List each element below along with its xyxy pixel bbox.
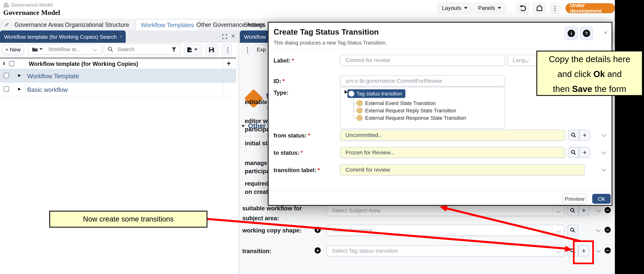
select-all-checkbox[interactable] — [9, 61, 14, 66]
tab-governance-areas[interactable]: Governance Areas — [14, 19, 64, 30]
undo-button[interactable] — [516, 2, 529, 14]
tab-close-icon[interactable]: × — [120, 34, 122, 40]
save-button[interactable] — [206, 44, 218, 55]
row-label[interactable]: Basic workflow — [27, 86, 68, 93]
section-collapse-icon — [242, 125, 245, 127]
scope-select-value: Workflow te... — [48, 46, 81, 52]
lookup-button[interactable] — [567, 205, 578, 216]
add-field-icon[interactable]: + — [314, 227, 321, 233]
search-panel-tab[interactable]: Workflow template (for Working Copies) S… — [0, 30, 126, 43]
lang-select[interactable]: Lang — [507, 55, 537, 66]
annotation-line: then Save the form — [537, 81, 642, 96]
lookup-button[interactable] — [568, 147, 579, 158]
subject-area-input[interactable]: Select Subject Area — [326, 205, 564, 216]
tree-node[interactable]: External Request Reply State Transition — [356, 107, 456, 113]
working-copy-input[interactable]: Select Resource — [326, 225, 564, 236]
row-checkbox[interactable] — [4, 86, 9, 92]
annotation-note-right: Copy the details here and click Ok and t… — [536, 51, 643, 96]
search-input[interactable]: Search — [104, 44, 181, 55]
tree-node[interactable]: External Request Response State Transiti… — [356, 115, 466, 121]
working-copy-placeholder: Select Resource — [332, 227, 372, 233]
header-kebab-button[interactable]: ⋮ — [549, 2, 561, 14]
info-button[interactable]: i — [565, 27, 578, 40]
app-label: Governance Model — [11, 2, 53, 8]
folder-icon — [32, 47, 38, 52]
chevron-down-icon — [194, 49, 198, 51]
help-button[interactable]: ? — [580, 27, 593, 40]
undo-icon — [519, 5, 526, 12]
row-label[interactable]: Workflow Template — [27, 72, 79, 79]
chevron-down-icon[interactable] — [556, 228, 561, 233]
transition-label-input[interactable]: Commit for review — [340, 164, 584, 175]
tree-collapse-icon[interactable] — [343, 90, 348, 95]
column-header[interactable]: Workflow template (for Working Copies) — [29, 61, 138, 67]
row-checkbox[interactable] — [4, 73, 9, 78]
table-row[interactable]: ▶ Basic workflow — [0, 83, 236, 96]
remove-field-icon[interactable]: − — [604, 227, 611, 233]
tree-connector — [353, 98, 354, 118]
application-window: Governance Model Governance Model Layout… — [0, 0, 615, 274]
label-text: ID: — [274, 78, 281, 84]
preview-button[interactable]: Preview — [562, 194, 587, 204]
tree-connector — [353, 103, 356, 104]
add-button[interactable]: + — [579, 130, 590, 141]
tree-node[interactable]: External Event State Transition — [356, 100, 436, 106]
new-button[interactable]: + New — [2, 44, 24, 55]
to-status-value: Frozen for Review — [346, 149, 390, 156]
sort-icon[interactable]: ▲ ▼ — [2, 61, 5, 65]
ok-button[interactable]: Ok — [592, 194, 611, 204]
remove-field-icon[interactable]: − — [604, 247, 611, 253]
panels-button[interactable]: Panels — [473, 2, 506, 14]
layouts-button[interactable]: Layouts — [436, 2, 473, 14]
row-expander-icon[interactable]: ▶ — [18, 87, 21, 91]
subject-area-label-line2: subject area: — [242, 215, 279, 221]
column-divider — [26, 83, 26, 96]
row-expander-icon[interactable]: ▶ — [18, 73, 21, 77]
label-input[interactable]: Commit for review — [340, 55, 505, 66]
field-label-fragment: required — [245, 180, 268, 187]
lookup-button[interactable] — [567, 225, 578, 236]
chevron-down-icon[interactable] — [378, 133, 382, 138]
scope-select-group[interactable]: Workflow te... — [28, 44, 102, 55]
filter-icon[interactable] — [171, 47, 176, 52]
row-collapse-chevron[interactable] — [602, 150, 606, 154]
add-button[interactable]: + — [579, 147, 590, 158]
id-input[interactable]: urn:x-tb-governance:CommitForReview — [340, 75, 505, 86]
add-column-button[interactable]: + — [227, 60, 231, 68]
chevron-down-icon[interactable] — [556, 249, 561, 253]
label-field-label: Label:* — [274, 57, 294, 64]
lookup-button[interactable] — [568, 130, 579, 141]
remove-field-icon[interactable]: − — [604, 207, 611, 213]
transition-input[interactable]: Select Tag status transition — [326, 245, 564, 256]
expand-panel-icon[interactable] — [222, 34, 227, 39]
info-icon: i — [568, 30, 575, 37]
tab-workflow-templates[interactable]: Workflow Templates — [136, 19, 199, 31]
tree-node-selected[interactable]: Tag status transition — [348, 89, 406, 98]
tab-organizational-structure[interactable]: Organizational Structure — [65, 19, 129, 30]
tree-node-label: External Event State Transition — [365, 100, 436, 106]
tab-settings[interactable]: Settings — [244, 19, 266, 30]
pencil-icon — [4, 22, 10, 27]
row-collapse-chevron[interactable] — [602, 167, 606, 172]
row-collapse-chevron[interactable] — [602, 132, 606, 137]
save-icon — [209, 47, 214, 53]
add-button[interactable]: + — [578, 205, 590, 216]
form-toolbar-kebab[interactable]: ⋮ — [242, 44, 251, 55]
column-divider — [223, 69, 224, 82]
transition-label: transition: — [242, 248, 272, 254]
add-field-icon[interactable]: + — [314, 247, 321, 253]
home-button[interactable] — [532, 2, 546, 14]
id-field-label: ID:* — [274, 78, 285, 84]
search-icon — [570, 208, 575, 213]
chevron-down-icon[interactable] — [556, 208, 561, 213]
dialog-close-icon[interactable]: × — [604, 29, 607, 36]
to-status-input[interactable]: Frozen for Review — [340, 147, 565, 158]
close-panel-icon[interactable]: ✕ — [231, 33, 236, 39]
table-row[interactable]: ▶ Workflow Template — [0, 69, 236, 83]
stage: Governance Model Governance Model Layout… — [0, 0, 644, 274]
search-toolbar-kebab[interactable]: ⋮ — [222, 44, 232, 55]
chevron-down-icon — [524, 58, 529, 63]
from-status-input[interactable]: Uncommitted — [340, 130, 565, 141]
export-button[interactable] — [184, 44, 202, 55]
tree-node-label: External Request Reply State Transition — [365, 108, 456, 113]
